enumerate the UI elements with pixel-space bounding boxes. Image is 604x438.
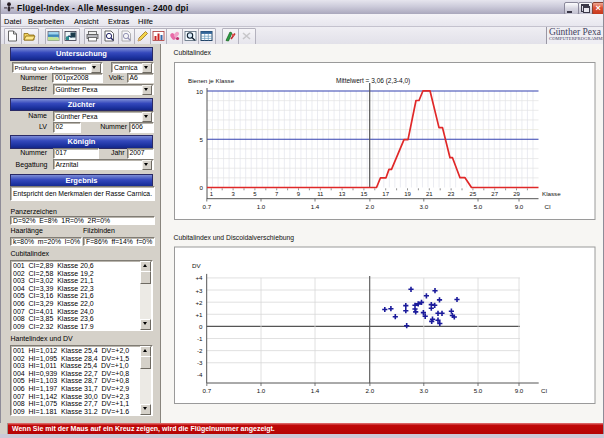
svg-text:27: 27 <box>491 191 498 197</box>
svg-text:+2: +2 <box>195 299 203 306</box>
svg-text:3.0: 3.0 <box>419 203 428 210</box>
svg-text:5.0: 5.0 <box>474 387 483 394</box>
svg-text:-4: -4 <box>197 371 203 378</box>
svg-text:1.0: 1.0 <box>257 203 266 210</box>
svg-text:21: 21 <box>426 191 433 197</box>
svg-text:19: 19 <box>404 191 411 197</box>
svg-text:-2: -2 <box>197 347 203 354</box>
svg-text:Mittelwert = 3,06 (2,3-4,0): Mittelwert = 3,06 (2,3-4,0) <box>336 77 410 85</box>
svg-text:-3: -3 <box>197 359 203 366</box>
svg-text:2.0: 2.0 <box>366 203 375 210</box>
svg-text:1.4: 1.4 <box>311 203 320 210</box>
svg-text:+4: +4 <box>195 274 203 281</box>
svg-text:5: 5 <box>200 136 204 143</box>
svg-text:Klasse: Klasse <box>542 190 561 197</box>
svg-text:Bienen je Klasse: Bienen je Klasse <box>188 77 235 84</box>
svg-text:1.0: 1.0 <box>257 387 266 394</box>
svg-text:Cubitalindex: Cubitalindex <box>174 49 212 56</box>
svg-text:+1: +1 <box>195 311 203 318</box>
svg-text:DV: DV <box>192 262 201 269</box>
svg-text:10: 10 <box>196 88 203 95</box>
svg-text:CI: CI <box>541 387 547 394</box>
svg-text:0: 0 <box>200 184 204 191</box>
svg-text:29: 29 <box>513 191 520 197</box>
svg-text:CI: CI <box>545 203 551 210</box>
svg-text:2.0: 2.0 <box>366 387 375 394</box>
svg-text:9.0: 9.0 <box>515 203 524 210</box>
svg-text:0: 0 <box>199 323 203 330</box>
svg-text:9.0: 9.0 <box>515 387 524 394</box>
svg-text:Cubitalindex und Discoidalvers: Cubitalindex und Discoidalverschiebung <box>174 234 295 242</box>
svg-text:11: 11 <box>317 191 324 197</box>
svg-text:1.4: 1.4 <box>311 387 320 394</box>
svg-text:-1: -1 <box>197 335 203 342</box>
svg-text:25: 25 <box>470 191 477 197</box>
svg-text:15: 15 <box>361 191 368 197</box>
svg-text:+3: +3 <box>195 287 203 294</box>
svg-text:0.7: 0.7 <box>202 387 211 394</box>
svg-text:0.7: 0.7 <box>202 203 211 210</box>
svg-text:23: 23 <box>448 191 455 197</box>
svg-text:5.0: 5.0 <box>474 203 483 210</box>
svg-text:13: 13 <box>339 191 346 197</box>
svg-text:3.0: 3.0 <box>419 387 428 394</box>
svg-text:17: 17 <box>382 191 389 197</box>
